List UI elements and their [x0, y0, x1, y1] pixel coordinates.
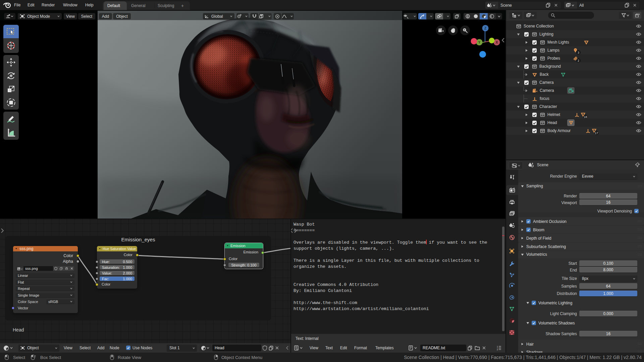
svg-text:Y: Y	[478, 41, 481, 44]
svg-text:2: 2	[497, 348, 498, 351]
svg-text:1: 1	[497, 346, 498, 348]
svg-text:Z: Z	[484, 26, 486, 30]
svg-text:X: X	[496, 41, 498, 44]
